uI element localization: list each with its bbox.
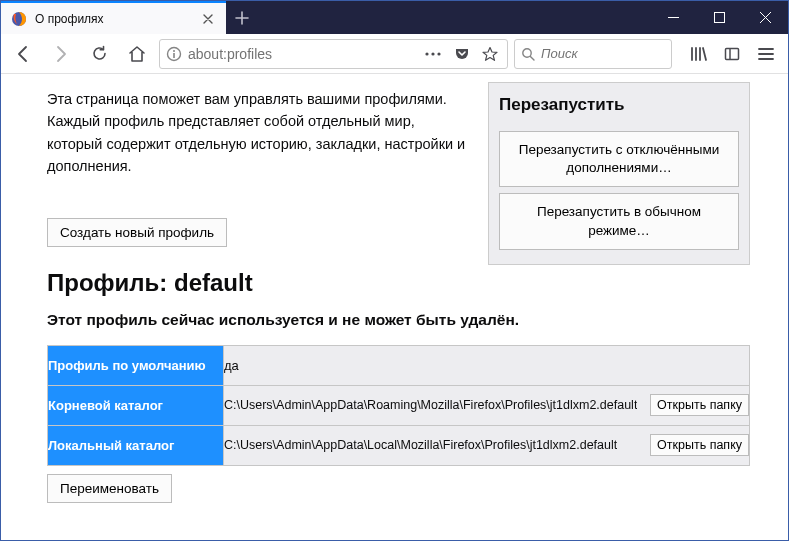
root-dir-label: Корневой каталог (48, 385, 224, 425)
default-profile-label: Профиль по умолчанию (48, 345, 224, 385)
reload-button[interactable] (83, 38, 115, 70)
page-content: Перезапустить Перезапустить с отключённы… (1, 74, 788, 539)
tab-title: О профилях (35, 12, 192, 26)
url-bar[interactable]: about:profiles (159, 39, 508, 69)
restart-addons-disabled-button[interactable]: Перезапустить с отключёнными дополнениям… (499, 131, 739, 187)
back-button[interactable] (7, 38, 39, 70)
window-minimize-button[interactable] (650, 1, 696, 34)
home-button[interactable] (121, 38, 153, 70)
svg-rect-1 (714, 13, 724, 23)
bookmark-star-icon[interactable] (479, 46, 501, 62)
table-row: Корневой каталог C:\Users\Admin\AppData\… (48, 385, 750, 425)
table-row: Профиль по умолчанию да (48, 345, 750, 385)
page-actions-icon[interactable] (421, 51, 445, 57)
firefox-favicon-icon (11, 11, 27, 27)
table-row: Локальный каталог C:\Users\Admin\AppData… (48, 425, 750, 465)
svg-point-7 (437, 52, 440, 55)
new-tab-button[interactable] (226, 1, 258, 34)
local-dir-value: C:\Users\Admin\AppData\Local\Mozilla\Fir… (224, 438, 617, 452)
search-bar[interactable]: Поиск (514, 39, 672, 69)
rename-profile-button[interactable]: Переименовать (47, 474, 172, 503)
browser-tab[interactable]: О профилях (1, 1, 226, 34)
app-menu-button[interactable] (750, 38, 782, 70)
intro-text: Эта страница поможет вам управлять вашим… (47, 88, 467, 178)
search-placeholder: Поиск (541, 46, 578, 61)
search-icon (521, 47, 535, 61)
profile-table: Профиль по умолчанию да Корневой каталог… (47, 345, 750, 466)
svg-rect-4 (173, 53, 175, 58)
profile-heading: Профиль: default (47, 269, 750, 297)
create-profile-button[interactable]: Создать новый профиль (47, 218, 227, 247)
library-button[interactable] (682, 38, 714, 70)
nav-toolbar: about:profiles Поиск (1, 34, 788, 74)
window-close-button[interactable] (742, 1, 788, 34)
restart-panel: Перезапустить Перезапустить с отключённы… (488, 82, 750, 265)
pocket-icon[interactable] (451, 46, 473, 62)
sidebar-button[interactable] (716, 38, 748, 70)
window-maximize-button[interactable] (696, 1, 742, 34)
tab-close-icon[interactable] (200, 11, 216, 27)
svg-point-5 (425, 52, 428, 55)
titlebar: О профилях (1, 1, 788, 34)
local-dir-label: Локальный каталог (48, 425, 224, 465)
url-text: about:profiles (188, 46, 415, 62)
open-local-folder-button[interactable]: Открыть папку (650, 434, 749, 456)
default-profile-value: да (224, 358, 239, 373)
open-root-folder-button[interactable]: Открыть папку (650, 394, 749, 416)
svg-point-6 (431, 52, 434, 55)
window-controls (650, 1, 788, 34)
svg-rect-9 (726, 48, 739, 59)
restart-heading: Перезапустить (499, 95, 739, 115)
profile-in-use-msg: Этот профиль сейчас используется и не мо… (47, 311, 750, 329)
root-dir-value: C:\Users\Admin\AppData\Roaming\Mozilla\F… (224, 398, 637, 412)
identity-info-icon[interactable] (166, 46, 182, 62)
restart-normal-button[interactable]: Перезапустить в обычном режиме… (499, 193, 739, 249)
svg-point-3 (173, 50, 175, 52)
forward-button[interactable] (45, 38, 77, 70)
